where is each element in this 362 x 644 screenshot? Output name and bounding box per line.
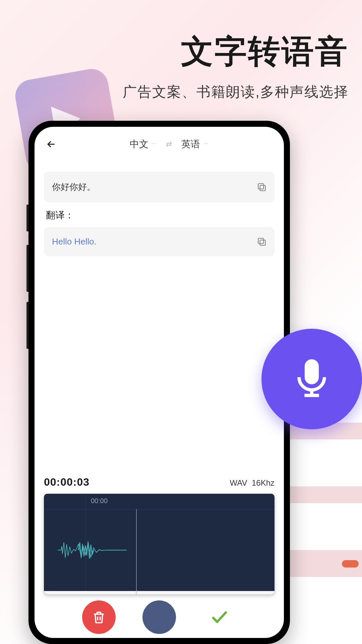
audio-panel: 00:00:03 WAV 16Khz 00:00: [35, 476, 284, 594]
target-language-label: 英语: [181, 138, 200, 151]
svg-rect-4: [306, 361, 317, 383]
format-display: WAV 16Khz: [230, 478, 275, 488]
phone-side-button: [26, 245, 28, 292]
hero-subtitle: 广告文案、书籍朗读,多种声线选择: [123, 83, 349, 101]
waveform-playhead[interactable]: [136, 509, 137, 594]
phone-mockup: 中文 ﹀ ⇄ 英语 ﹀ 你好你好。: [28, 121, 290, 644]
trash-icon: [92, 610, 106, 625]
action-bar: [35, 600, 284, 634]
translation-text: Hello Hello.: [52, 236, 266, 247]
svg-rect-2: [260, 240, 265, 245]
waveform-marker-time: 00:00: [91, 497, 108, 505]
arrow-left-icon: [46, 139, 57, 150]
bg-stripe: [288, 486, 362, 503]
record-button[interactable]: [142, 600, 176, 634]
source-language-label: 中文: [130, 138, 148, 151]
chevron-down-icon: ﹀: [152, 141, 157, 147]
phone-side-button: [26, 302, 28, 349]
swap-languages-button[interactable]: ⇄: [166, 140, 172, 149]
chevron-down-icon: ﹀: [203, 141, 208, 147]
microphone-fab[interactable]: [261, 329, 362, 429]
phone-screen: 中文 ﹀ ⇄ 英语 ﹀ 你好你好。: [35, 127, 284, 638]
topbar: 中文 ﹀ ⇄ 英语 ﹀: [35, 127, 284, 158]
waveform-divider: [44, 509, 275, 509]
audio-sample-rate: 16Khz: [252, 478, 275, 487]
svg-rect-0: [260, 185, 265, 191]
target-language-dropdown[interactable]: 英语 ﹀: [181, 138, 208, 151]
waveform-viewer[interactable]: 00:00: [44, 494, 275, 594]
bg-stripe: [288, 550, 362, 577]
time-display: 00:00:03: [44, 476, 89, 488]
svg-rect-1: [258, 183, 263, 189]
language-selector-group: 中文 ﹀ ⇄ 英语 ﹀: [63, 138, 275, 151]
copy-icon: [256, 182, 267, 193]
microphone-icon: [290, 357, 334, 401]
audio-meta: 00:00:03 WAV 16Khz: [44, 476, 275, 488]
hero: 文字转语音 广告文案、书籍朗读,多种声线选择: [123, 30, 349, 101]
copy-icon: [256, 236, 267, 247]
back-button[interactable]: [44, 137, 59, 152]
audio-format: WAV: [230, 478, 247, 487]
copy-translation-button[interactable]: [256, 236, 267, 247]
delete-button[interactable]: [82, 600, 116, 634]
phone-side-button: [26, 205, 28, 231]
translation-label: 翻译：: [46, 209, 275, 222]
waveform-icon: [58, 538, 127, 562]
translation-card[interactable]: Hello Hello.: [44, 227, 275, 256]
svg-rect-3: [258, 238, 263, 244]
confirm-button[interactable]: [203, 600, 236, 634]
input-text: 你好你好。: [52, 181, 266, 193]
check-icon: [210, 608, 229, 627]
hero-title: 文字转语音: [123, 30, 349, 74]
waveform-scrollbar[interactable]: [44, 591, 275, 594]
copy-input-button[interactable]: [256, 182, 267, 193]
input-text-card[interactable]: 你好你好。: [44, 172, 275, 202]
content-area: 你好你好。 翻译： Hello Hello.: [35, 158, 284, 256]
source-language-dropdown[interactable]: 中文 ﹀: [130, 138, 157, 151]
